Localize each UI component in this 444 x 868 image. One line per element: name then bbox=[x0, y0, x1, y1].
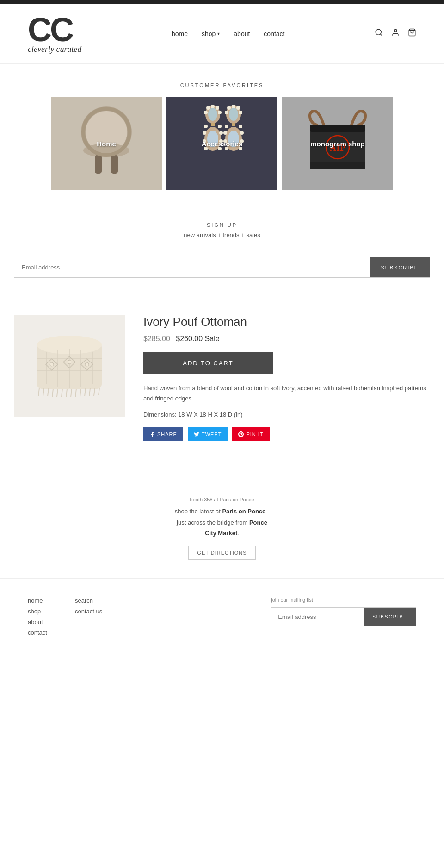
svg-line-70 bbox=[85, 388, 86, 396]
svg-point-14 bbox=[211, 105, 215, 108]
footer-col-2: search contact us bbox=[75, 597, 102, 615]
svg-line-66 bbox=[66, 389, 67, 397]
footer-email-input[interactable] bbox=[271, 608, 364, 626]
svg-point-15 bbox=[216, 106, 219, 110]
footer-mailing: join our mailing list SUBSCRIBE bbox=[271, 597, 416, 626]
fav-card-monogram[interactable]: AIP monogram shop bbox=[282, 97, 393, 190]
svg-point-75 bbox=[68, 360, 71, 364]
share-pinterest-button[interactable]: PIN IT bbox=[232, 427, 269, 441]
product-price: $285.00 $260.00 Sale bbox=[143, 335, 430, 343]
top-bar bbox=[0, 0, 444, 4]
header-icons bbox=[375, 28, 416, 39]
svg-point-21 bbox=[204, 125, 208, 128]
svg-point-74 bbox=[50, 362, 54, 366]
svg-line-1 bbox=[380, 34, 382, 35]
svg-point-29 bbox=[229, 108, 238, 121]
signup-subtitle: new arrivals + trends + sales bbox=[14, 231, 430, 238]
product-info: Ivory Pouf Ottoman $285.00 $260.00 Sale … bbox=[143, 315, 430, 441]
footer-col-1: home shop about contact bbox=[28, 597, 47, 636]
main-nav: home shop ▾ about contact bbox=[172, 30, 285, 37]
share-twitter-button[interactable]: TWEET bbox=[188, 427, 228, 441]
footer-content: home shop about contact search contact u… bbox=[28, 597, 416, 636]
cart-icon[interactable] bbox=[408, 28, 416, 39]
svg-line-61 bbox=[43, 388, 44, 396]
product-image bbox=[14, 315, 125, 417]
svg-point-20 bbox=[203, 131, 206, 135]
get-directions-button[interactable]: GET DIRECTIONS bbox=[188, 546, 255, 560]
footer-home-link[interactable]: home bbox=[28, 597, 47, 604]
svg-point-34 bbox=[239, 111, 242, 114]
fav-home-label: Home bbox=[97, 140, 116, 148]
footer-contact-us-link[interactable]: contact us bbox=[75, 608, 102, 615]
login-icon[interactable] bbox=[391, 28, 400, 39]
location-description: shop the latest at Paris on Ponce - just… bbox=[171, 506, 273, 538]
customer-favorites-label: CUSTOMER FAVORITES bbox=[14, 82, 430, 88]
svg-point-12 bbox=[204, 111, 208, 114]
svg-line-63 bbox=[52, 389, 53, 397]
price-sale: $260.00 bbox=[176, 335, 203, 343]
logo-cc[interactable]: CC bbox=[28, 13, 81, 46]
svg-point-76 bbox=[85, 362, 89, 366]
share-facebook-button[interactable]: SHARE bbox=[143, 427, 183, 441]
svg-point-32 bbox=[232, 105, 235, 108]
svg-line-71 bbox=[89, 388, 90, 396]
svg-line-72 bbox=[94, 388, 95, 396]
svg-point-31 bbox=[227, 106, 231, 110]
logo-area: CC cleverly curated bbox=[28, 13, 81, 54]
product-image-area bbox=[14, 315, 125, 417]
search-icon[interactable] bbox=[375, 28, 383, 39]
svg-point-33 bbox=[236, 106, 240, 110]
svg-line-62 bbox=[48, 388, 49, 396]
add-to-cart-button[interactable]: ADD TO CART bbox=[143, 352, 273, 374]
svg-point-39 bbox=[225, 125, 228, 128]
product-description: Hand woven from a blend of wool and cott… bbox=[143, 383, 430, 404]
footer-search-link[interactable]: search bbox=[75, 597, 102, 604]
fav-monogram-label: monogram shop bbox=[310, 140, 365, 148]
site-footer: home shop about contact search contact u… bbox=[0, 578, 444, 655]
fav-card-accessories[interactable]: Accessories bbox=[166, 97, 278, 190]
product-dimensions: Dimensions: 18 W X 18 H X 18 D (in) bbox=[143, 411, 430, 418]
favorites-grid: Home bbox=[14, 97, 430, 190]
shop-chevron-icon: ▾ bbox=[217, 31, 220, 36]
nav-shop[interactable]: shop ▾ bbox=[202, 30, 220, 37]
footer-contact-link[interactable]: contact bbox=[28, 629, 47, 636]
footer-mailing-title: join our mailing list bbox=[271, 597, 416, 603]
fav-accessories-label: Accessories bbox=[202, 140, 242, 148]
svg-line-64 bbox=[57, 389, 58, 397]
svg-rect-48 bbox=[310, 125, 365, 132]
nav-about[interactable]: about bbox=[234, 30, 250, 37]
subscribe-button[interactable]: SUBSCRIBE bbox=[370, 257, 430, 277]
svg-rect-17 bbox=[211, 123, 215, 126]
svg-line-68 bbox=[75, 389, 76, 397]
footer-subscribe-button[interactable]: SUBSCRIBE bbox=[364, 608, 416, 626]
footer-shop-link[interactable]: shop bbox=[28, 608, 47, 615]
svg-point-40 bbox=[239, 125, 242, 128]
svg-rect-7 bbox=[95, 155, 102, 174]
svg-point-0 bbox=[376, 29, 381, 35]
svg-point-13 bbox=[206, 106, 210, 110]
svg-line-67 bbox=[71, 389, 72, 397]
email-input[interactable] bbox=[14, 257, 370, 277]
svg-point-16 bbox=[218, 111, 222, 114]
fav-card-home[interactable]: Home bbox=[51, 97, 162, 190]
svg-line-65 bbox=[62, 389, 62, 397]
svg-rect-47 bbox=[310, 162, 365, 169]
svg-point-23 bbox=[219, 131, 223, 135]
location-booth: booth 358 at Paris on Ponce bbox=[14, 497, 430, 502]
product-section: Ivory Pouf Ottoman $285.00 $260.00 Sale … bbox=[14, 301, 430, 469]
svg-point-2 bbox=[394, 29, 397, 32]
site-header: CC cleverly curated home shop ▾ about co… bbox=[0, 4, 444, 64]
paris-link[interactable]: Paris on Ponce bbox=[222, 508, 265, 515]
subscribe-row: SUBSCRIBE bbox=[14, 257, 430, 278]
signup-title: SIGN UP bbox=[14, 222, 430, 228]
svg-rect-35 bbox=[232, 123, 235, 126]
price-original: $285.00 bbox=[143, 335, 170, 343]
footer-about-link[interactable]: about bbox=[28, 618, 47, 625]
svg-rect-8 bbox=[111, 155, 118, 174]
location-text-1: shop the latest at bbox=[175, 508, 222, 515]
nav-contact[interactable]: contact bbox=[264, 30, 284, 37]
svg-line-69 bbox=[80, 389, 81, 397]
svg-point-11 bbox=[208, 108, 217, 121]
nav-home[interactable]: home bbox=[172, 30, 188, 37]
svg-line-60 bbox=[38, 388, 39, 396]
